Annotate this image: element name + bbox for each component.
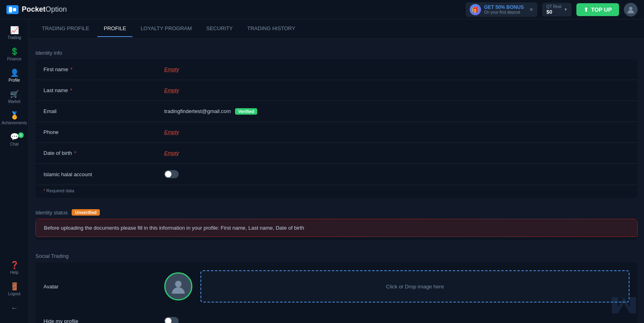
sidebar-item-finance[interactable]: 💲 Finance: [0, 44, 29, 65]
sidebar-item-label: Trading: [8, 35, 21, 40]
halal-row: Islamic halal account: [35, 164, 638, 185]
sidebar-item-label: Market: [8, 99, 21, 104]
bonus-close-icon[interactable]: ✕: [529, 7, 533, 12]
sidebar-item-label: Help: [10, 270, 19, 275]
first-name-value[interactable]: Empty: [164, 66, 630, 72]
required-asterisk: *: [70, 66, 72, 72]
sidebar-item-label: Profile: [8, 78, 20, 82]
halal-toggle[interactable]: [164, 170, 179, 178]
main-content: TRADING PROFILE PROFILE LOYALTY PROGRAM …: [29, 19, 644, 323]
drop-zone-text: Click or Drop image here: [386, 284, 444, 290]
bonus-banner: 🎁 GET 50% BONUS On your first deposit ✕: [466, 2, 538, 17]
dob-value[interactable]: Empty: [164, 150, 630, 156]
svg-point-3: [175, 281, 182, 287]
market-icon: 🛒: [10, 91, 19, 98]
chat-icon: 💬: [10, 133, 19, 140]
status-title: Identity status: [35, 210, 68, 216]
avatar-circle: [164, 272, 192, 300]
email-row: Email tradingfindertest@gmail.com Verifi…: [35, 101, 638, 122]
phone-value[interactable]: Empty: [164, 129, 630, 135]
avatar-label: Avatar: [43, 284, 156, 290]
tabs-bar: TRADING PROFILE PROFILE LOYALTY PROGRAM …: [29, 19, 644, 39]
bonus-icon: 🎁: [470, 4, 481, 15]
identity-info-card: First name * Empty Last name * Empty Ema…: [35, 59, 638, 198]
sidebar-item-market[interactable]: 🛒 Market: [0, 86, 29, 108]
identity-info-title: Identity info: [35, 45, 638, 59]
first-name-row: First name * Empty: [35, 59, 638, 80]
achievements-icon: 🏅: [10, 112, 19, 119]
unverified-badge: Unverified: [72, 209, 100, 216]
dob-label: Date of birth *: [43, 150, 164, 156]
email-value-wrapper: tradingfindertest@gmail.com Verified: [164, 108, 257, 115]
sidebar-item-achievements[interactable]: 🏅 Achievements: [0, 108, 29, 129]
logo: PocketOption: [6, 5, 67, 14]
required-note: * Required data: [35, 185, 638, 198]
profile-page-content: Identity info First name * Empty Last na…: [29, 39, 644, 323]
sidebar-item-profile[interactable]: 👤 Profile: [0, 65, 29, 86]
profile-icon: 👤: [10, 69, 19, 76]
avatar-row: Avatar Click or Drop image here: [35, 262, 638, 311]
tab-history[interactable]: TRADING HISTORY: [241, 21, 301, 37]
social-trading-section: Social Trading Avatar: [35, 248, 638, 323]
balance-info: QT Real $0: [546, 4, 561, 15]
sidebar-item-label: Chat: [10, 142, 19, 146]
last-name-row: Last name * Empty: [35, 80, 638, 101]
required-asterisk: *: [74, 150, 76, 156]
tab-security[interactable]: SECURITY: [200, 21, 239, 37]
sidebar: 📈 Trading 💲 Finance 👤 Profile 🛒 Market 🏅…: [0, 19, 29, 323]
logout-icon: 🚪: [10, 283, 19, 290]
verified-badge: Verified: [235, 108, 258, 115]
tab-trading-profile[interactable]: TRADING PROFILE: [35, 21, 96, 37]
hide-profile-toggle[interactable]: [164, 317, 179, 323]
balance-widget[interactable]: QT Real $0 ▼: [542, 3, 572, 16]
watermark-logo: [612, 293, 636, 315]
sidebar-item-help[interactable]: ❓ Help: [0, 257, 29, 279]
topbar-right: 🎁 GET 50% BONUS On your first deposit ✕ …: [466, 2, 638, 17]
topup-button[interactable]: ⬆ TOP UP: [576, 3, 619, 16]
first-name-label: First name *: [43, 66, 164, 72]
phone-row: Phone Empty: [35, 122, 638, 143]
halal-label: Islamic halal account: [43, 171, 164, 177]
bonus-text: GET 50% BONUS On your first deposit: [484, 4, 524, 14]
tab-loyalty[interactable]: LOYALTY PROGRAM: [134, 21, 198, 37]
trading-icon: 📈: [10, 27, 19, 34]
identity-status-section: Identity status Unverified Before upload…: [35, 204, 638, 240]
sidebar-item-trading[interactable]: 📈 Trading: [0, 23, 29, 44]
avatar-drop-zone[interactable]: Click or Drop image here: [200, 270, 630, 302]
logo-text: PocketOption: [22, 5, 67, 14]
svg-point-2: [629, 7, 632, 10]
logo-icon: [6, 5, 19, 14]
sidebar-item-label: Logout: [8, 292, 21, 296]
sidebar-item-logout[interactable]: 🚪 Logout: [0, 279, 29, 300]
social-trading-title: Social Trading: [35, 248, 638, 262]
social-trading-card: Avatar Click or Drop image here: [35, 262, 638, 323]
hide-profile-label: Hide my profile: [43, 318, 164, 323]
email-label: Email: [43, 108, 164, 114]
topup-icon: ⬆: [584, 6, 588, 13]
hide-profile-row: Hide my profile: [35, 311, 638, 323]
sidebar-item-label: Finance: [7, 57, 22, 61]
phone-label: Phone: [43, 129, 164, 135]
last-name-value[interactable]: Empty: [164, 87, 630, 93]
warning-message: Before uploading the documents please fi…: [35, 219, 638, 237]
identity-status-card: Before uploading the documents please fi…: [35, 219, 638, 240]
sidebar-back-button[interactable]: ←: [0, 300, 29, 317]
last-name-label: Last name *: [43, 87, 164, 93]
email-value: tradingfindertest@gmail.com: [164, 108, 231, 114]
user-avatar[interactable]: [624, 3, 638, 16]
svg-rect-1: [13, 8, 16, 11]
chevron-down-icon: ▼: [564, 7, 568, 12]
tab-profile[interactable]: PROFILE: [97, 21, 133, 37]
topbar: PocketOption 🎁 GET 50% BONUS On your fir…: [0, 0, 644, 19]
svg-rect-0: [9, 7, 12, 12]
status-title-row: Identity status Unverified: [35, 204, 638, 219]
finance-icon: 💲: [10, 48, 19, 55]
back-arrow-icon: ←: [11, 304, 18, 313]
sidebar-item-chat[interactable]: 💬 5 Chat: [0, 129, 29, 150]
dob-row: Date of birth * Empty: [35, 143, 638, 164]
sidebar-item-label: Achievements: [2, 121, 27, 125]
sidebar-badge: 5: [18, 132, 24, 138]
required-asterisk: *: [70, 87, 72, 93]
main-layout: 📈 Trading 💲 Finance 👤 Profile 🛒 Market 🏅…: [0, 19, 644, 323]
help-icon: ❓: [10, 261, 19, 269]
